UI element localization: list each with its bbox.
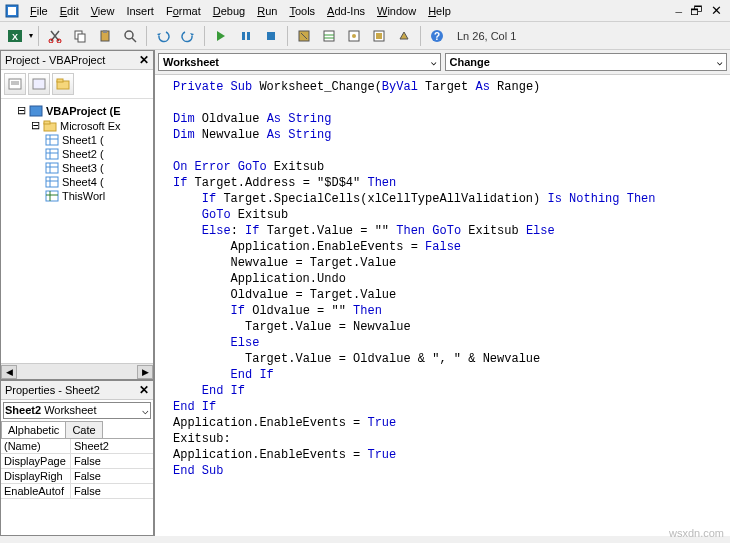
- chevron-down-icon: ⌵: [717, 57, 722, 67]
- undo-icon[interactable]: [152, 25, 174, 47]
- svg-rect-7: [78, 34, 85, 42]
- code-text[interactable]: Private Sub Worksheet_Change(ByVal Targe…: [155, 75, 730, 536]
- cursor-position: Ln 26, Col 1: [457, 30, 516, 42]
- vba-project-icon: [29, 105, 43, 117]
- copy-icon[interactable]: [69, 25, 91, 47]
- close-button[interactable]: ✕: [711, 3, 722, 19]
- procedure-dropdown[interactable]: Change⌵: [445, 53, 728, 71]
- run-icon[interactable]: [210, 25, 232, 47]
- svg-rect-37: [46, 149, 58, 159]
- svg-rect-16: [324, 31, 334, 41]
- svg-rect-43: [46, 177, 58, 187]
- tree-sheet3[interactable]: Sheet3 (: [3, 161, 151, 175]
- prop-row: DisplayRighFalse: [1, 469, 153, 484]
- tab-categorized[interactable]: Cate: [65, 421, 102, 438]
- svg-text:?: ?: [434, 31, 440, 42]
- svg-rect-40: [46, 163, 58, 173]
- svg-rect-30: [57, 79, 63, 82]
- menu-help[interactable]: Help: [422, 3, 457, 19]
- tree-sheet2[interactable]: Sheet2 (: [3, 147, 151, 161]
- prop-row: DisplayPageFalse: [1, 454, 153, 469]
- tree-root[interactable]: ⊟ VBAProject (E: [3, 103, 151, 118]
- tree-sheet1[interactable]: Sheet1 (: [3, 133, 151, 147]
- project-explorer-icon[interactable]: [318, 25, 340, 47]
- project-panel-title: Project - VBAProject: [5, 54, 105, 66]
- svg-rect-14: [267, 32, 275, 40]
- svg-point-20: [352, 34, 356, 38]
- svg-rect-12: [242, 32, 245, 40]
- menu-format[interactable]: Format: [160, 3, 207, 19]
- cut-icon[interactable]: [44, 25, 66, 47]
- worksheet-icon: [45, 162, 59, 174]
- workbook-icon: [45, 190, 59, 202]
- prop-row: (Name)Sheet2: [1, 439, 153, 454]
- window-controls: – 🗗 ✕: [676, 3, 727, 19]
- paste-icon[interactable]: [94, 25, 116, 47]
- minus-icon: ⊟: [31, 119, 40, 132]
- menu-file[interactable]: File: [24, 3, 54, 19]
- svg-rect-46: [46, 191, 58, 201]
- project-explorer-panel: Project - VBAProject ✕ ⊟ VBAProject (E ⊟…: [0, 50, 154, 380]
- properties-object-select[interactable]: Sheet2 Worksheet ⌵: [3, 402, 151, 419]
- toggle-folders-button[interactable]: [52, 73, 74, 95]
- menu-edit[interactable]: Edit: [54, 3, 85, 19]
- find-icon[interactable]: [119, 25, 141, 47]
- svg-rect-9: [103, 30, 107, 33]
- minimize-button[interactable]: –: [676, 3, 683, 19]
- worksheet-icon: [45, 134, 59, 146]
- menu-debug[interactable]: Debug: [207, 3, 251, 19]
- minus-icon: ⊟: [17, 104, 26, 117]
- svg-rect-28: [33, 79, 45, 89]
- view-object-button[interactable]: [28, 73, 50, 95]
- scroll-right-icon[interactable]: ▶: [137, 365, 153, 379]
- svg-rect-34: [46, 135, 58, 145]
- pause-icon[interactable]: [235, 25, 257, 47]
- svg-rect-33: [44, 121, 50, 124]
- menu-insert[interactable]: Insert: [120, 3, 160, 19]
- properties-panel-title: Properties - Sheet2: [5, 384, 100, 396]
- menu-run[interactable]: Run: [251, 3, 283, 19]
- menu-addins[interactable]: Add-Ins: [321, 3, 371, 19]
- restore-button[interactable]: 🗗: [690, 3, 703, 19]
- project-scrollbar[interactable]: ◀ ▶: [1, 363, 153, 379]
- object-dropdown[interactable]: Worksheet⌵: [158, 53, 441, 71]
- dropdown-caret-icon[interactable]: ▾: [29, 31, 33, 40]
- tree-folder[interactable]: ⊟ Microsoft Ex: [3, 118, 151, 133]
- excel-icon[interactable]: X: [4, 25, 26, 47]
- svg-rect-31: [30, 106, 42, 116]
- help-icon[interactable]: ?: [426, 25, 448, 47]
- properties-panel: Properties - Sheet2 ✕ Sheet2 Worksheet ⌵…: [0, 380, 154, 536]
- stop-icon[interactable]: [260, 25, 282, 47]
- scroll-left-icon[interactable]: ◀: [1, 365, 17, 379]
- tree-thisworkbook[interactable]: ThisWorl: [3, 189, 151, 203]
- chevron-down-icon: ⌵: [431, 57, 436, 67]
- properties-panel-close[interactable]: ✕: [139, 383, 149, 397]
- svg-rect-13: [247, 32, 250, 40]
- toolbox-icon[interactable]: [393, 25, 415, 47]
- object-browser-icon[interactable]: [368, 25, 390, 47]
- menu-bar: File Edit View Insert Format Debug Run T…: [0, 0, 730, 22]
- watermark: wsxdn.com: [669, 527, 724, 539]
- worksheet-icon: [45, 176, 59, 188]
- design-mode-icon[interactable]: [293, 25, 315, 47]
- tab-alphabetic[interactable]: Alphabetic: [1, 421, 66, 438]
- redo-icon[interactable]: [177, 25, 199, 47]
- svg-text:X: X: [12, 32, 18, 42]
- svg-rect-1: [8, 7, 16, 15]
- code-editor: Worksheet⌵ Change⌵ Private Sub Worksheet…: [154, 50, 730, 536]
- tree-sheet4[interactable]: Sheet4 (: [3, 175, 151, 189]
- app-icon: [4, 3, 20, 19]
- prop-row: EnableAutofFalse: [1, 484, 153, 499]
- project-tree[interactable]: ⊟ VBAProject (E ⊟ Microsoft Ex Sheet1 ( …: [1, 99, 153, 207]
- worksheet-icon: [45, 148, 59, 160]
- project-panel-close[interactable]: ✕: [139, 53, 149, 67]
- svg-line-11: [132, 38, 136, 42]
- menu-window[interactable]: Window: [371, 3, 422, 19]
- toolbar: X ▾ ? Ln 26, Col 1: [0, 22, 730, 50]
- menu-tools[interactable]: Tools: [283, 3, 321, 19]
- properties-grid[interactable]: (Name)Sheet2 DisplayPageFalse DisplayRig…: [1, 439, 153, 499]
- properties-icon[interactable]: [343, 25, 365, 47]
- menu-view[interactable]: View: [85, 3, 121, 19]
- view-code-button[interactable]: [4, 73, 26, 95]
- svg-rect-22: [376, 33, 382, 39]
